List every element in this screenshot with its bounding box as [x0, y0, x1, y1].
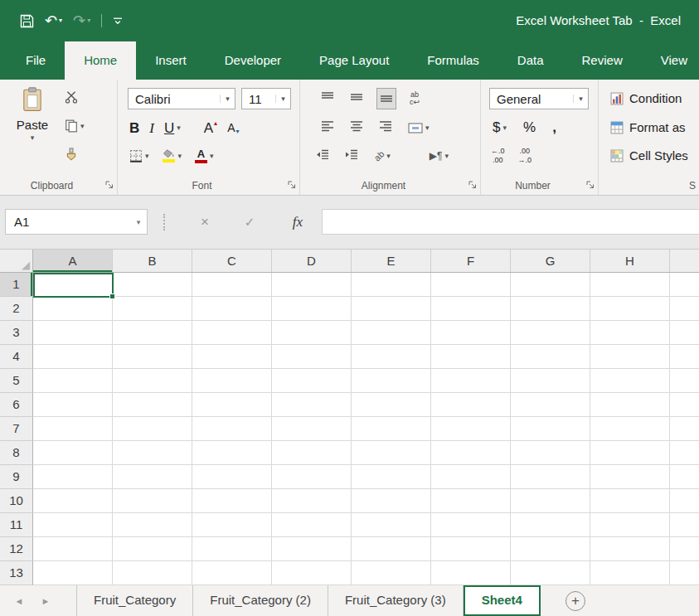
column-header-f[interactable]: F [431, 250, 511, 272]
redo-button[interactable]: ↷ ▾ [73, 13, 90, 28]
bold-button[interactable]: B [129, 121, 139, 135]
align-middle-button[interactable] [347, 89, 366, 109]
clipboard-dialog-launcher-icon[interactable] [104, 180, 114, 190]
increase-indent-button[interactable] [342, 146, 361, 166]
format-as-table-button[interactable]: Format as [610, 120, 686, 134]
font-size-combobox[interactable]: 11 ▾ [241, 88, 291, 109]
cut-button[interactable] [65, 90, 108, 104]
underline-dropdown-icon[interactable]: ▾ [177, 124, 181, 132]
tab-formulas[interactable]: Formulas [408, 41, 498, 80]
row-header-11[interactable]: 11 [0, 513, 33, 537]
enter-button[interactable]: ✓ [237, 209, 262, 235]
row-header-5[interactable]: 5 [0, 369, 33, 393]
tab-page-layout[interactable]: Page Layout [300, 41, 408, 80]
decrease-decimal-button[interactable]: .00 →.0 [518, 147, 532, 165]
row-header-1[interactable]: 1 [0, 273, 33, 297]
insert-function-button[interactable]: fx [285, 209, 310, 235]
row-header-4[interactable]: 4 [0, 345, 33, 369]
font-name-combobox[interactable]: Calibri ▾ [128, 88, 235, 109]
save-button[interactable] [20, 14, 34, 28]
row-header-13[interactable]: 13 [0, 561, 33, 585]
tab-home[interactable]: Home [65, 41, 136, 80]
merge-center-button[interactable]: ▾ [405, 120, 432, 136]
cancel-button[interactable]: × [192, 209, 217, 235]
row-header-12[interactable]: 12 [0, 537, 33, 561]
sheet-tab-fruit-category[interactable]: Fruit_Category [77, 585, 193, 616]
paste-dropdown-icon[interactable]: ▾ [31, 133, 35, 142]
increase-decimal-button[interactable]: ←.0 .00 [491, 147, 505, 165]
font-color-dropdown-icon[interactable]: ▾ [210, 152, 214, 160]
name-box-dropdown-icon[interactable]: ▾ [130, 218, 147, 226]
copy-dropdown-icon[interactable]: ▾ [80, 122, 85, 130]
cell-styles-button[interactable]: Cell Styles [610, 148, 688, 162]
alignment-dialog-launcher-icon[interactable] [468, 180, 478, 190]
conditional-formatting-button[interactable]: Condition [610, 91, 682, 105]
align-right-button[interactable] [376, 118, 395, 138]
accounting-dropdown-icon[interactable]: ▾ [502, 124, 507, 132]
selected-cell-a1[interactable] [33, 273, 114, 298]
row-header-7[interactable]: 7 [0, 417, 33, 441]
copy-button[interactable]: ▾ [65, 119, 108, 133]
row-header-3[interactable]: 3 [0, 321, 33, 345]
align-left-button[interactable] [318, 118, 337, 138]
number-format-combobox[interactable]: General ▾ [489, 88, 589, 109]
next-sheet-icon[interactable]: ► [38, 596, 53, 606]
format-painter-button[interactable] [65, 148, 108, 161]
align-bottom-button[interactable] [376, 88, 396, 109]
customize-qat-button[interactable] [113, 17, 123, 26]
row-header-6[interactable]: 6 [0, 393, 33, 417]
column-header-b[interactable]: B [113, 250, 192, 272]
text-direction-dropdown-icon[interactable]: ▾ [444, 152, 449, 160]
column-header-partial[interactable] [670, 250, 699, 272]
merge-center-dropdown-icon[interactable]: ▾ [425, 124, 430, 132]
row-header-9[interactable]: 9 [0, 465, 33, 489]
align-top-button[interactable] [318, 89, 337, 109]
font-size-dropdown-icon[interactable]: ▾ [275, 95, 290, 103]
number-dialog-launcher-icon[interactable] [585, 180, 595, 190]
accounting-format-button[interactable]: $ ▾ [493, 119, 507, 136]
tab-view[interactable]: View [642, 41, 699, 80]
orientation-button[interactable]: ab ▾ [371, 148, 393, 163]
column-header-e[interactable]: E [352, 250, 431, 272]
tab-data[interactable]: Data [498, 41, 563, 80]
number-format-dropdown-icon[interactable]: ▾ [573, 95, 588, 103]
increase-font-size-button[interactable]: A ▴ [204, 121, 217, 135]
tab-review[interactable]: Review [563, 41, 642, 80]
fill-color-dropdown-icon[interactable]: ▾ [178, 152, 182, 160]
previous-sheet-icon[interactable]: ◄ [12, 596, 27, 606]
borders-dropdown-icon[interactable]: ▾ [145, 152, 149, 160]
font-dialog-launcher-icon[interactable] [287, 180, 297, 190]
decrease-font-size-button[interactable]: A ▾ [227, 122, 239, 133]
column-header-d[interactable]: D [272, 250, 352, 272]
italic-button[interactable]: I [149, 121, 154, 135]
column-header-c[interactable]: C [192, 250, 272, 272]
tab-insert[interactable]: Insert [136, 41, 206, 80]
borders-button[interactable]: ▾ [129, 149, 149, 162]
undo-dropdown-icon[interactable]: ▾ [59, 17, 62, 24]
new-sheet-button[interactable]: + [566, 591, 585, 611]
row-header-2[interactable]: 2 [0, 297, 33, 321]
column-header-a[interactable]: A [33, 250, 113, 272]
sheet-tab-sheet4[interactable]: Sheet4 [464, 585, 541, 616]
name-box[interactable]: A1 ▾ [5, 209, 148, 235]
percent-style-button[interactable]: % [523, 119, 536, 136]
column-header-g[interactable]: G [511, 250, 590, 272]
sheet-tab-fruit-category-3[interactable]: Fruit_Category (3) [328, 585, 464, 616]
formula-input[interactable] [322, 209, 699, 235]
orientation-dropdown-icon[interactable]: ▾ [386, 152, 391, 160]
sheet-tab-fruit-category-2[interactable]: Fruit_Category (2) [193, 585, 328, 616]
paste-button[interactable]: Paste ▾ [8, 87, 56, 170]
fill-handle[interactable] [109, 293, 115, 299]
font-color-button[interactable]: A ▾ [195, 148, 214, 163]
cells-area[interactable] [33, 273, 699, 585]
fill-color-button[interactable]: ▾ [163, 149, 182, 162]
tab-developer[interactable]: Developer [206, 41, 300, 80]
select-all-button[interactable]: ◢ [0, 250, 33, 272]
undo-button[interactable]: ↶ ▾ [45, 13, 62, 28]
row-header-8[interactable]: 8 [0, 441, 33, 465]
text-direction-button[interactable]: ▶¶ ▾ [427, 148, 451, 164]
row-header-10[interactable]: 10 [0, 489, 33, 513]
underline-button[interactable]: U ▾ [164, 121, 181, 135]
comma-style-button[interactable]: , [552, 119, 556, 136]
tab-file[interactable]: File [7, 41, 65, 80]
